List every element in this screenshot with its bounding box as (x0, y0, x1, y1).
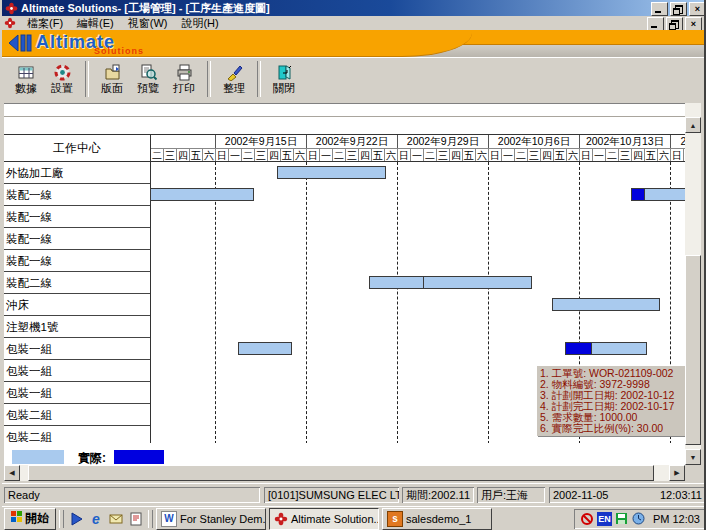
toolbar-button-整理[interactable]: 整理 (216, 60, 252, 98)
week-gridline (215, 162, 216, 444)
day-header: 四 (176, 148, 189, 161)
menu-bar: 檔案(F)編輯(E)視窗(W)說明(H) (2, 16, 706, 31)
day-header: 日 (488, 148, 501, 161)
menu-item-2[interactable]: 視窗(W) (121, 16, 175, 30)
day-header: 二 (423, 148, 436, 161)
toolbar-button-設置[interactable]: 設置 (44, 60, 80, 98)
taskbar-divider (148, 510, 153, 528)
scroll-down-icon[interactable]: ▼ (685, 449, 701, 465)
gantt-bar-actual[interactable] (631, 188, 645, 201)
task-button-0[interactable]: WFor Stanley Dem... (156, 508, 266, 530)
restore-button[interactable] (670, 2, 687, 16)
close-icon: × (695, 5, 700, 14)
day-header: 三 (254, 148, 267, 161)
week-gridline (306, 162, 307, 444)
toolbar-button-版面[interactable]: 版面 (94, 60, 130, 98)
minimize-button[interactable] (647, 17, 664, 31)
day-header: 六 (293, 148, 306, 161)
day-header: 二 (514, 148, 527, 161)
menu-item-1[interactable]: 編輯(E) (70, 16, 121, 30)
day-header: 三 (163, 148, 176, 161)
layout-icon (104, 64, 121, 81)
restore-icon (671, 20, 679, 29)
day-header: 六 (384, 148, 397, 161)
status-period: 期間:2002.11 (402, 487, 474, 503)
minimize-button[interactable] (651, 2, 668, 16)
day-header: 六 (202, 148, 215, 161)
ie-icon[interactable]: e (87, 510, 105, 528)
close-icon: × (691, 20, 696, 29)
day-header: 一 (592, 148, 605, 161)
toolbar-label: 設置 (51, 82, 73, 94)
toolbar-separator (85, 61, 89, 97)
week-header: 2002年9月29日 (397, 135, 488, 148)
close-button[interactable]: × (689, 2, 706, 16)
gantt-header: 工作中心 二三四五六2002年9月15日日一二三四五六2002年9月22日日一二… (4, 134, 685, 162)
vertical-scroll-thumb[interactable] (685, 255, 701, 445)
gantt-bar-plan[interactable] (369, 276, 424, 289)
outlook-icon[interactable] (107, 510, 125, 528)
day-header: 四 (449, 148, 462, 161)
scroll-up-icon[interactable]: ▲ (685, 117, 701, 133)
system-tray: EN PM 12:03 (574, 509, 706, 529)
window-title: Altimate Solutions- [工場管理] - [工序生產進度圖] (21, 1, 270, 16)
day-header: 四 (540, 148, 553, 161)
day-header: 五 (553, 148, 566, 161)
menu-item-3[interactable]: 說明(H) (174, 16, 225, 30)
title-bar[interactable]: Altimate Solutions- [工場管理] - [工序生產進度圖] × (2, 0, 706, 16)
window-controls: × (651, 2, 706, 16)
scroll-left-icon[interactable]: ◀ (4, 465, 20, 481)
quick-launch: e (67, 510, 145, 528)
horizontal-scroll-thumb[interactable] (28, 465, 654, 481)
toolbar-label: 預覽 (137, 82, 159, 94)
toolbar-label: 版面 (101, 82, 123, 94)
day-header: 五 (280, 148, 293, 161)
print-icon (176, 64, 193, 81)
gantt-legend: 實際: (4, 443, 685, 465)
gantt-bar-actual[interactable] (565, 342, 592, 355)
notes-icon[interactable] (127, 510, 145, 528)
gantt-bar-plan[interactable] (423, 276, 532, 289)
scroll-right-icon[interactable]: ▶ (669, 465, 685, 481)
toolbar-button-預覽[interactable]: 預覽 (130, 60, 166, 98)
media-play-icon[interactable] (67, 510, 85, 528)
gantt-bar-plan[interactable] (238, 342, 292, 355)
day-header: 六 (657, 148, 670, 161)
gantt-bar-plan[interactable] (644, 188, 685, 201)
task-button-1[interactable]: Altimate Solution... (269, 508, 379, 530)
day-header: 四 (267, 148, 280, 161)
divider (4, 116, 685, 117)
gantt-bar-plan[interactable] (277, 166, 386, 179)
disk-status-icon[interactable] (615, 512, 629, 526)
horizontal-scrollbar[interactable]: ◀ ▶ (4, 465, 685, 481)
brand-subtitle: Solutions (94, 46, 144, 56)
day-header: 二 (241, 148, 254, 161)
toolbar-button-關閉[interactable]: 關閉 (266, 60, 302, 98)
mute-icon[interactable] (580, 512, 594, 526)
toolbar-button-打印[interactable]: 打印 (166, 60, 202, 98)
week-header: 2002年9月15日 (215, 135, 306, 148)
task-button-2[interactable]: ssalesdemo_1 (382, 508, 492, 530)
close-button[interactable]: × (685, 17, 702, 31)
legend-plan-swatch (12, 450, 64, 464)
minimize-icon (655, 11, 661, 13)
toolbar-button-數據[interactable]: 數據 (8, 60, 44, 98)
restore-icon (675, 5, 683, 14)
restore-button[interactable] (666, 17, 683, 31)
status-datetime: 2002-11-05 12:03:11 (549, 487, 706, 503)
vertical-scrollbar[interactable]: ▲ ▼ (685, 103, 701, 465)
gantt-bar-plan[interactable] (552, 298, 660, 311)
day-header: 一 (319, 148, 332, 161)
toolbar: 數據設置版面預覽打印整理關閉 (2, 57, 706, 100)
tooltip-line: 6. 實際完工比例(%): 30.00 (540, 423, 685, 434)
day-header: 二 (150, 148, 163, 161)
scheduler-icon[interactable] (632, 512, 646, 526)
gantt-bar-plan[interactable] (150, 188, 254, 201)
language-indicator[interactable]: EN (597, 512, 612, 526)
day-header: 六 (566, 148, 579, 161)
gantt-bar-plan[interactable] (591, 342, 647, 355)
toolbar-label: 關閉 (273, 82, 295, 94)
menu-item-0[interactable]: 檔案(F) (20, 16, 70, 30)
start-button[interactable]: 開始 (4, 508, 56, 530)
taskbar-divider (59, 510, 64, 528)
